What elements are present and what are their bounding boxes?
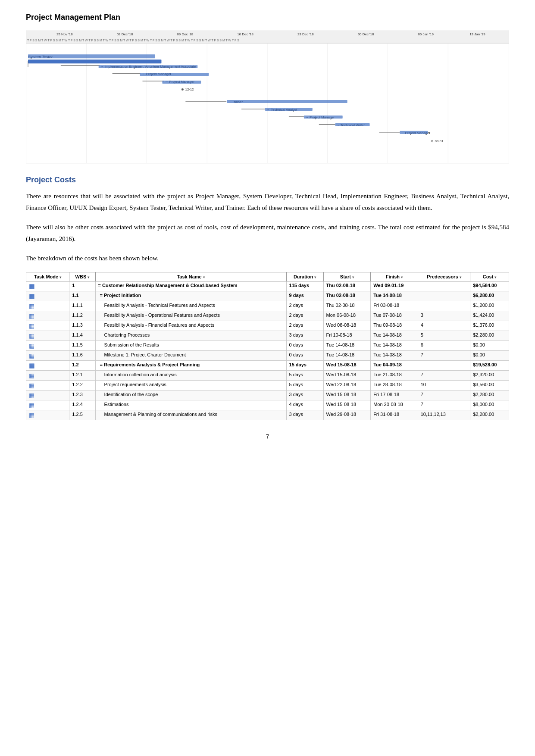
table-row: ▦1.1.2Feasibility Analysis - Operational… <box>26 311 509 321</box>
svg-text:25 Nov '18: 25 Nov '18 <box>56 32 73 36</box>
task-mode-cell: ▦ <box>26 390 69 400</box>
task-mode-cell: ▦ <box>26 410 69 420</box>
svg-rect-41 <box>140 73 209 76</box>
svg-rect-43 <box>227 100 347 103</box>
duration-cell: 5 days <box>286 381 323 390</box>
finish-cell: Tue 14-08-18 <box>371 351 418 361</box>
task-name-cell: Feasibility Analysis - Operational Featu… <box>95 311 286 321</box>
task-mode-cell: ▦ <box>26 381 69 390</box>
col-header-predecessors[interactable]: Predecessors ▾ <box>418 272 470 281</box>
task-name-cell: Information collection and analysis <box>95 371 286 381</box>
wbs-cell: 1.2 <box>69 361 95 371</box>
predecessors-cell <box>418 281 470 291</box>
cost-table: Task Mode ▾ WBS ▾ Task Name ▾ Duration ▾… <box>26 272 509 420</box>
task-name-cell: = Requirements Analysis & Project Planni… <box>95 361 286 371</box>
cost-cell: $3,560.00 <box>470 381 509 390</box>
cost-cell: $8,000.00 <box>470 400 509 410</box>
duration-cell: 3 days <box>286 331 323 341</box>
task-mode-cell: ▦ <box>26 281 69 291</box>
col-header-start[interactable]: Start ▾ <box>323 272 371 281</box>
start-cell: Thu 02-08-18 <box>323 291 371 301</box>
finish-cell: Tue 04-09-18 <box>371 361 418 371</box>
cost-cell: $2,280.00 <box>470 410 509 420</box>
svg-text:13 Jan '19: 13 Jan '19 <box>469 32 485 36</box>
task-mode-cell: ▦ <box>26 361 69 371</box>
task-name-cell: Project requirements analysis <box>95 381 286 390</box>
table-row: ▦1.1.1Feasibility Analysis - Technical F… <box>26 301 509 311</box>
start-cell: Thu 02-08-18 <box>323 281 371 291</box>
cost-cell: $94,584.00 <box>470 281 509 291</box>
col-header-cost[interactable]: Cost ▾ <box>470 272 509 281</box>
col-header-finish[interactable]: Finish ▾ <box>371 272 418 281</box>
svg-rect-47 <box>400 131 428 134</box>
paragraph-1: There are resources that will be associa… <box>26 191 509 214</box>
svg-rect-39 <box>28 54 155 58</box>
duration-cell: 3 days <box>286 410 323 420</box>
sort-icon-cost: ▾ <box>494 275 496 279</box>
finish-cell: Tue 14-08-18 <box>371 291 418 301</box>
start-cell: Wed 29-08-18 <box>323 410 371 420</box>
predecessors-cell: 7 <box>418 390 470 400</box>
svg-text:06 Jan '19: 06 Jan '19 <box>418 32 434 36</box>
cost-cell: $1,424.00 <box>470 311 509 321</box>
finish-cell: Fri 03-08-18 <box>371 301 418 311</box>
cost-cell: $6,280.00 <box>470 291 509 301</box>
task-name-cell: Estimations <box>95 400 286 410</box>
task-mode-cell: ▦ <box>26 311 69 321</box>
task-mode-cell: ▦ <box>26 291 69 301</box>
predecessors-cell: 5 <box>418 331 470 341</box>
predecessors-cell <box>418 361 470 371</box>
sort-icon-start: ▾ <box>352 275 354 279</box>
svg-rect-42 <box>162 81 201 84</box>
finish-cell: Fri 17-08-18 <box>371 390 418 400</box>
table-row: ▦1.2.5Management & Planning of communica… <box>26 410 509 420</box>
duration-cell: 9 days <box>286 291 323 301</box>
svg-text:⊕ 09·01: ⊕ 09·01 <box>431 139 444 143</box>
predecessors-cell: 10 <box>418 381 470 390</box>
col-header-task-mode[interactable]: Task Mode ▾ <box>26 272 69 281</box>
col-header-task-name[interactable]: Task Name ▾ <box>95 272 286 281</box>
start-cell: Thu 02-08-18 <box>323 301 371 311</box>
col-header-wbs[interactable]: WBS ▾ <box>69 272 95 281</box>
table-row: ▦1.2.4Estimations4 daysWed 15-08-18Mon 2… <box>26 400 509 410</box>
start-cell: Mon 06-08-18 <box>323 311 371 321</box>
task-name-cell: Management & Planning of communications … <box>95 410 286 420</box>
predecessors-cell <box>418 301 470 311</box>
svg-rect-44 <box>265 108 313 111</box>
table-row: ▦1.2.2Project requirements analysis5 day… <box>26 381 509 390</box>
task-name-cell: Chartering Processes <box>95 331 286 341</box>
duration-cell: 115 days <box>286 281 323 291</box>
start-cell: Wed 22-08-18 <box>323 381 371 390</box>
sort-icon-wbs: ▾ <box>88 275 89 279</box>
wbs-cell: 1.1.5 <box>69 341 95 351</box>
task-name-cell: Submission of the Results <box>95 341 286 351</box>
page-title: Project Management Plan <box>26 13 509 22</box>
table-row: ▦1.1.3Feasibility Analysis - Financial F… <box>26 321 509 331</box>
task-name-cell: = Project Initiation <box>95 291 286 301</box>
svg-rect-40 <box>99 65 198 68</box>
paragraph-2: There will also be other costs associate… <box>26 222 509 245</box>
table-row: ▦1= Customer Relationship Management & C… <box>26 281 509 291</box>
wbs-cell: 1.1.4 <box>69 331 95 341</box>
cost-cell: $2,280.00 <box>470 390 509 400</box>
task-mode-cell: ▦ <box>26 400 69 410</box>
finish-cell: Fri 31-08-18 <box>371 410 418 420</box>
task-name-cell: Feasibility Analysis - Financial Feature… <box>95 321 286 331</box>
task-name-cell: Identification of the scope <box>95 390 286 400</box>
task-name-cell: Feasibility Analysis - Technical Feature… <box>95 301 286 311</box>
task-mode-cell: ▦ <box>26 331 69 341</box>
task-mode-cell: ▦ <box>26 341 69 351</box>
svg-text:30 Dec '18: 30 Dec '18 <box>358 32 374 36</box>
svg-rect-45 <box>304 116 343 119</box>
svg-text:23 Dec '18: 23 Dec '18 <box>297 32 314 36</box>
sort-icon-task-mode: ▾ <box>59 275 61 279</box>
predecessors-cell: 7 <box>418 400 470 410</box>
start-cell: Tue 14-08-18 <box>323 351 371 361</box>
wbs-cell: 1 <box>69 281 95 291</box>
sort-icon-predecessors: ▾ <box>460 275 461 279</box>
duration-cell: 15 days <box>286 361 323 371</box>
col-header-duration[interactable]: Duration ▾ <box>286 272 323 281</box>
paragraph-3: The breakdown of the costs has been show… <box>26 253 509 264</box>
wbs-cell: 1.2.3 <box>69 390 95 400</box>
duration-cell: 2 days <box>286 301 323 311</box>
